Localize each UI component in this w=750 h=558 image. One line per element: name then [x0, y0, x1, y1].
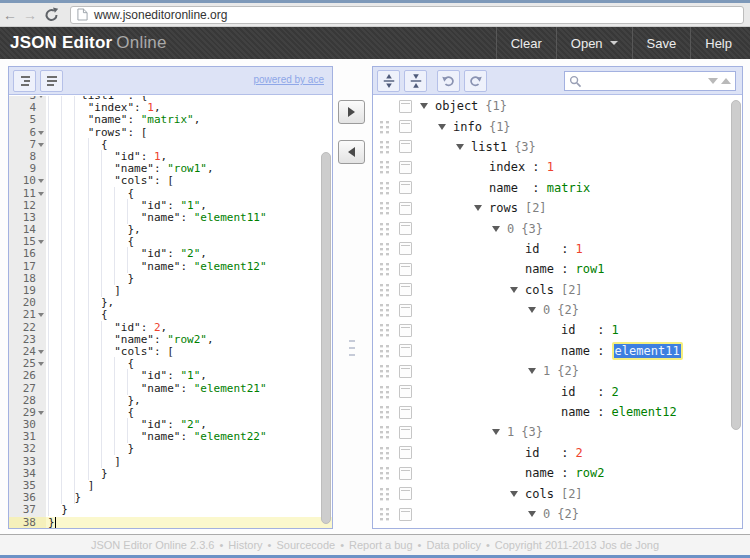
drag-handle-icon[interactable] — [379, 160, 391, 174]
footer-link[interactable]: History — [228, 539, 262, 551]
tree-field[interactable]: name — [525, 262, 554, 276]
code-line[interactable]: } — [46, 504, 332, 516]
fold-toggle-icon[interactable] — [36, 309, 46, 321]
compact-json-button[interactable] — [40, 70, 63, 92]
expand-triangle-icon[interactable] — [510, 491, 525, 497]
expand-triangle-icon[interactable] — [456, 144, 471, 150]
panel-splitter-handle[interactable] — [349, 340, 355, 361]
tree-field[interactable]: 0 — [507, 222, 514, 236]
url-bar[interactable]: www.jsoneditoronline.org — [70, 6, 744, 24]
row-actions-button[interactable] — [399, 222, 412, 235]
header-button-save[interactable]: Save — [632, 27, 691, 59]
drag-handle-icon[interactable] — [379, 242, 391, 256]
expand-triangle-icon[interactable] — [528, 307, 543, 313]
row-actions-button[interactable] — [399, 120, 412, 133]
row-actions-button[interactable] — [399, 385, 412, 398]
reload-icon[interactable] — [42, 7, 62, 23]
fold-toggle-icon[interactable] — [36, 188, 46, 200]
expand-triangle-icon[interactable] — [510, 287, 525, 293]
expand-triangle-icon[interactable] — [420, 103, 435, 109]
header-button-help[interactable]: Help — [690, 27, 746, 59]
footer-link[interactable]: Report a bug — [349, 539, 413, 551]
tree-field[interactable]: name — [561, 405, 590, 419]
expand-triangle-icon[interactable] — [474, 205, 489, 211]
drag-handle-icon[interactable] — [379, 262, 391, 276]
search-previous-icon[interactable] — [721, 78, 731, 84]
drag-handle-icon[interactable] — [379, 405, 391, 419]
tree-scrollbar[interactable] — [731, 100, 741, 430]
tree-value[interactable]: element11 — [612, 342, 683, 360]
row-actions-button[interactable] — [399, 100, 412, 113]
row-actions-button[interactable] — [399, 467, 412, 480]
expand-triangle-icon[interactable] — [492, 429, 507, 435]
expand-triangle-icon[interactable] — [492, 226, 507, 232]
tree-field[interactable]: rows — [489, 201, 518, 215]
tree-field[interactable]: info — [453, 120, 482, 134]
code-line[interactable]: "name": "element21" — [46, 383, 332, 395]
editor-code-area[interactable]: "list1" : { "index": 1, "name": "matrix"… — [46, 96, 332, 528]
drag-handle-icon[interactable] — [379, 323, 391, 337]
fold-toggle-icon[interactable] — [36, 96, 46, 102]
tree-value[interactable]: 1 — [547, 160, 554, 174]
tree-value[interactable]: 1 — [612, 323, 619, 337]
footer-link[interactable]: Data policy — [426, 539, 480, 551]
fold-toggle-icon[interactable] — [36, 236, 46, 248]
fold-toggle-icon[interactable] — [36, 358, 46, 370]
search-input[interactable] — [585, 74, 708, 88]
tree-field[interactable]: cols — [525, 283, 554, 297]
tree-field[interactable]: list1 — [471, 140, 507, 154]
powered-by-ace-link[interactable]: powered by ace — [253, 74, 324, 85]
tree-field[interactable]: name — [525, 466, 554, 480]
tree-field[interactable]: 0 — [543, 303, 550, 317]
editor-scrollbar[interactable] — [321, 152, 331, 524]
tree-field[interactable]: 1 — [507, 425, 514, 439]
tree-field[interactable]: name — [561, 344, 590, 358]
code-line[interactable]: } — [46, 443, 332, 455]
row-actions-button[interactable] — [399, 446, 412, 459]
copy-tree-to-code-button[interactable] — [338, 140, 365, 164]
code-line[interactable]: ] — [46, 456, 332, 468]
expand-all-button[interactable] — [377, 70, 400, 92]
row-actions-button[interactable] — [399, 202, 412, 215]
drag-handle-icon[interactable] — [379, 507, 391, 521]
tree-value[interactable]: row2 — [576, 466, 605, 480]
code-line[interactable]: "rows": [ — [46, 127, 332, 139]
fold-toggle-icon[interactable] — [36, 127, 46, 139]
code-editor[interactable]: 3456789101112131415161718192021222324252… — [9, 96, 332, 528]
drag-handle-icon[interactable] — [379, 487, 391, 501]
drag-handle-icon[interactable] — [379, 283, 391, 297]
tree-field[interactable]: id — [561, 323, 575, 337]
tree-value[interactable]: matrix — [547, 181, 590, 195]
row-actions-button[interactable] — [399, 283, 412, 296]
search-next-icon[interactable] — [708, 78, 718, 84]
tree-field[interactable]: id — [561, 385, 575, 399]
row-actions-button[interactable] — [399, 161, 412, 174]
header-button-clear[interactable]: Clear — [496, 27, 556, 59]
code-line[interactable]: { — [46, 309, 332, 321]
tree-value[interactable]: element12 — [612, 405, 677, 419]
tree-field[interactable]: object — [435, 99, 478, 113]
undo-button[interactable] — [437, 70, 460, 92]
drag-handle-icon[interactable] — [379, 120, 391, 134]
expand-triangle-icon[interactable] — [438, 124, 453, 130]
drag-handle-icon[interactable] — [379, 201, 391, 215]
row-actions-button[interactable] — [399, 242, 412, 255]
footer-link[interactable]: Sourcecode — [276, 539, 335, 551]
row-actions-button[interactable] — [399, 365, 412, 378]
drag-handle-icon[interactable] — [379, 385, 391, 399]
tree-field[interactable]: name — [489, 181, 518, 195]
row-actions-button[interactable] — [399, 487, 412, 500]
row-actions-button[interactable] — [399, 304, 412, 317]
fold-toggle-icon[interactable] — [36, 139, 46, 151]
tree-value[interactable]: row1 — [576, 262, 605, 276]
tree-field[interactable]: id — [525, 446, 539, 460]
row-actions-button[interactable] — [399, 426, 412, 439]
code-line[interactable]: ] — [46, 480, 332, 492]
tree-value[interactable]: 2 — [612, 385, 619, 399]
tree-field[interactable]: id — [525, 242, 539, 256]
back-arrow-icon[interactable]: ← — [0, 7, 20, 23]
fold-toggle-icon[interactable] — [36, 175, 46, 187]
row-actions-button[interactable] — [399, 344, 412, 357]
code-line[interactable]: "name": "element12" — [46, 261, 332, 273]
header-button-open[interactable]: Open — [556, 27, 632, 59]
